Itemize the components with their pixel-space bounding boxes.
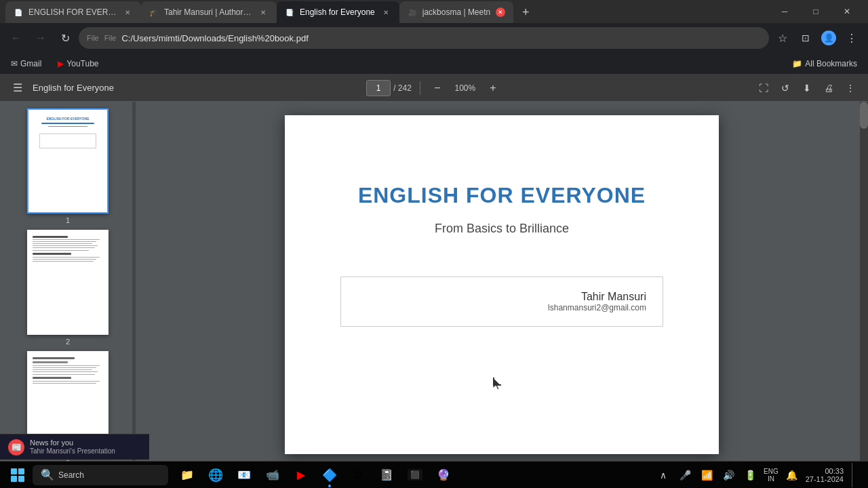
youtube-favicon: ▶ <box>58 59 64 68</box>
browser-tab-4[interactable]: 🎥 jackbosma | Meetn ✕ <box>399 1 514 23</box>
bookmark-gmail[interactable]: ✉ Gmail <box>5 58 47 70</box>
page-navigation: / 242 <box>366 80 412 96</box>
taskbar-apps: 📁 🌐 📧 📹 ▶ 🔷 ⚙ 📓 ⬛ 🔮 <box>174 462 457 489</box>
pdf-toolbar-right: ⛶ ↺ ⬇ 🖨 ⋮ <box>754 79 860 98</box>
taskbar-app-video[interactable]: 📹 <box>259 462 286 489</box>
bookmarks-folder-icon: 📁 <box>792 59 802 68</box>
clock-time: 00:33 <box>825 467 844 475</box>
print-button[interactable]: 🖨 <box>819 79 838 98</box>
tab4-favicon: 🎥 <box>408 7 417 17</box>
mail-icon: 📧 <box>237 468 251 481</box>
address-bar[interactable]: File File C:/Users/mimti/Downloads/Engli… <box>79 27 769 49</box>
browser-tab-2[interactable]: 🎓 Tahir Mansuri | Author | Udemy ✕ <box>141 1 277 23</box>
region-code: IN <box>768 475 774 483</box>
back-button[interactable]: ← <box>5 27 27 49</box>
toolbar-separator <box>420 81 420 95</box>
search-icon: 🔍 <box>41 468 54 481</box>
pdf-content-area: ENGLISH FOR EVERYONE 1 <box>0 102 868 462</box>
thumb-num-2: 2 <box>66 338 70 346</box>
onenote-icon: 📓 <box>380 468 393 481</box>
tab1-title: ENGLISH FOR EVERYONE From... <box>28 7 117 17</box>
more-options-button[interactable]: ⋮ <box>841 27 863 49</box>
edge-icon: 🌐 <box>208 468 223 483</box>
reload-button[interactable]: ↻ <box>54 27 76 49</box>
clock[interactable]: 00:33 27-11-2024 <box>806 467 844 483</box>
pdf-author-email: lshanmansuri2@gmail.com <box>548 303 646 312</box>
tab4-title: jackbosma | Meetn <box>422 7 491 17</box>
pdf-page-content: ENGLISH FOR EVERYONE From Basics to Bril… <box>285 115 719 454</box>
thumb-preview-1: ENGLISH FOR EVERYONE <box>27 108 108 214</box>
tab2-close[interactable]: ✕ <box>258 7 269 18</box>
pdf-main-area[interactable]: ENGLISH FOR EVERYONE From Basics to Bril… <box>136 102 868 462</box>
tab2-title: Tahir Mansuri | Author | Udemy <box>164 7 252 17</box>
new-tab-button[interactable]: + <box>516 3 535 22</box>
thumbnail-page-2[interactable]: 2 <box>27 230 108 346</box>
taskbar-app-mail[interactable]: 📧 <box>231 462 258 489</box>
tray-mic-icon[interactable]: 🎤 <box>677 467 693 483</box>
zoom-out-button[interactable]: − <box>429 79 446 97</box>
pdf-more-button[interactable]: ⋮ <box>841 79 860 98</box>
news-title-text: Tahir Mansuri's Presentation <box>30 447 115 455</box>
tab1-close[interactable]: ✕ <box>122 7 133 18</box>
taskbar-app-settings[interactable]: ⚙ <box>344 462 372 489</box>
taskbar-app-extra[interactable]: 🔮 <box>430 462 457 489</box>
download-button[interactable]: ⬇ <box>797 79 816 98</box>
taskbar-app-file-explorer[interactable]: 📁 <box>174 462 201 489</box>
zoom-in-button[interactable]: + <box>484 79 502 97</box>
taskbar-app-browser[interactable]: 🔷 <box>316 462 343 489</box>
terminal-icon: ⬛ <box>408 469 422 481</box>
language-indicator[interactable]: ENG IN <box>764 468 778 483</box>
pdf-viewer: ☰ English for Everyone / 242 − 100% + ⛶ … <box>0 75 868 462</box>
pdf-document-title: English for Everyone <box>33 83 114 93</box>
tray-battery-icon[interactable]: 🔋 <box>742 467 758 483</box>
page-number-input[interactable] <box>366 80 391 96</box>
thumbnail-sidebar[interactable]: ENGLISH FOR EVERYONE 1 <box>0 102 136 462</box>
bookmarks-bar: ✉ Gmail ▶ YouTube 📁 All Bookmarks <box>0 53 868 75</box>
rotate-button[interactable]: ↺ <box>776 79 795 98</box>
language-code: ENG <box>764 468 778 475</box>
tray-wifi-icon[interactable]: 📶 <box>698 467 715 483</box>
pdf-menu-button[interactable]: ☰ <box>8 79 27 98</box>
news-notification[interactable]: 📰 News for you Tahir Mansuri's Presentat… <box>0 434 149 460</box>
pdf-main-title: ENGLISH FOR EVERYONE <box>358 183 646 208</box>
pdf-scrollbar-thumb[interactable] <box>860 102 868 129</box>
nav-actions: ☆ ⊡ 👤 ⋮ <box>772 27 863 49</box>
youtube-label: YouTube <box>66 59 98 68</box>
browser-tab-1[interactable]: 📄 ENGLISH FOR EVERYONE From... ✕ <box>5 1 141 23</box>
thumbnail-page-1[interactable]: ENGLISH FOR EVERYONE 1 <box>27 108 108 224</box>
all-bookmarks-button[interactable]: 📁 All Bookmarks <box>787 58 863 70</box>
minimize-button[interactable]: ─ <box>769 0 800 23</box>
profile-button[interactable]: 👤 <box>818 27 840 49</box>
maximize-button[interactable]: □ <box>800 0 831 23</box>
youtube-taskbar-icon: ▶ <box>297 468 305 481</box>
taskbar-search[interactable]: 🔍 Search <box>33 465 168 485</box>
page-total-label: / 242 <box>393 83 412 93</box>
tab3-title: English for Everyone <box>300 7 375 17</box>
bookmark-star[interactable]: ☆ <box>772 27 793 49</box>
news-label: News for you <box>30 439 115 447</box>
tab4-close[interactable]: ✕ <box>496 7 505 17</box>
taskbar-app-youtube[interactable]: ▶ <box>288 462 315 489</box>
tray-chevron[interactable]: ∧ <box>655 467 671 483</box>
notification-icon[interactable]: 🔔 <box>784 467 800 483</box>
tab-bar: 📄 ENGLISH FOR EVERYONE From... ✕ 🎓 Tahir… <box>5 0 766 23</box>
taskbar-app-terminal[interactable]: ⬛ <box>401 462 429 489</box>
bookmark-youtube[interactable]: ▶ YouTube <box>52 58 104 70</box>
settings-icon: ⚙ <box>353 468 363 481</box>
taskbar-app-onenote[interactable]: 📓 <box>373 462 400 489</box>
pdf-scrollbar[interactable] <box>860 102 868 462</box>
forward-button[interactable]: → <box>30 27 52 49</box>
url-text: C:/Users/mimti/Downloads/English%20book.… <box>121 33 308 43</box>
browser-tab-3[interactable]: 📑 English for Everyone ✕ <box>277 1 399 23</box>
extra-app-icon: 🔮 <box>437 468 450 481</box>
show-desktop-button[interactable] <box>852 463 857 487</box>
all-bookmarks-label: All Bookmarks <box>805 59 857 68</box>
extensions-button[interactable]: ⊡ <box>795 27 816 49</box>
start-button[interactable] <box>5 463 30 487</box>
pdf-author-box: Tahir Mansuri lshanmansuri2@gmail.com <box>340 277 663 327</box>
close-button[interactable]: ✕ <box>831 0 863 23</box>
tab3-close[interactable]: ✕ <box>380 7 391 18</box>
fit-page-button[interactable]: ⛶ <box>754 79 773 98</box>
tray-volume-icon[interactable]: 🔊 <box>720 467 736 483</box>
taskbar-app-edge[interactable]: 🌐 <box>202 462 229 489</box>
